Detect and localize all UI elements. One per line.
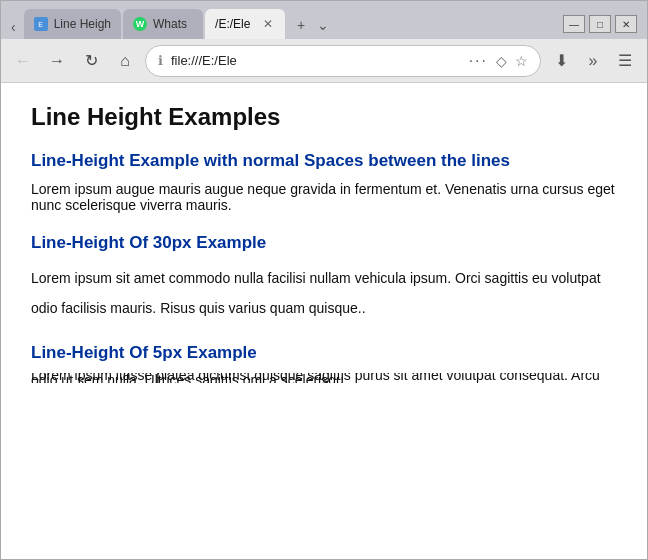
back-icon: ← (15, 52, 31, 70)
more-tools-icon[interactable]: » (579, 47, 607, 75)
maximize-button[interactable]: □ (589, 15, 611, 33)
tab-label-whatsapp: Whats (153, 17, 187, 31)
tab-label-line-height: Line Heigh (54, 17, 111, 31)
menu-button[interactable]: ☰ (611, 47, 639, 75)
tab-bar: ‹ E Line Heigh W Whats /E:/Ele ✕ + ⌄ — □… (1, 1, 647, 39)
tab-active[interactable]: /E:/Ele ✕ (205, 9, 285, 39)
close-button[interactable]: ✕ (615, 15, 637, 33)
browser-window: ‹ E Line Heigh W Whats /E:/Ele ✕ + ⌄ — □… (0, 0, 648, 560)
address-bar[interactable]: ℹ file:///E:/Ele ··· ◇ ☆ (145, 45, 541, 77)
bookmark-star-icon[interactable]: ☆ (515, 53, 528, 69)
nav-right-buttons: ⬇ » ☰ (547, 47, 639, 75)
section-heading-3: Line-Height Of 5px Example (31, 343, 617, 363)
section-heading-2: Line-Height Of 30px Example (31, 233, 617, 253)
security-icon: ℹ (158, 53, 163, 68)
tab-label-active: /E:/Ele (215, 17, 250, 31)
section-paragraph-2: Lorem ipsum sit amet commodo nulla facil… (31, 263, 617, 323)
window-controls: — □ ✕ (563, 15, 643, 39)
refresh-icon: ↻ (85, 51, 98, 70)
address-more-icon[interactable]: ··· (469, 52, 488, 70)
tab-favicon-whatsapp: W (133, 17, 147, 31)
page-content: Line Height Examples Line-Height Example… (1, 83, 647, 559)
tab-dropdown-icon[interactable]: ⌄ (313, 15, 333, 35)
tab-close-icon[interactable]: ✕ (261, 17, 275, 31)
forward-icon: → (49, 52, 65, 70)
section-heading-1: Line-Height Example with normal Spaces b… (31, 151, 617, 171)
home-button[interactable]: ⌂ (111, 47, 139, 75)
new-tab-icon[interactable]: + (293, 15, 309, 35)
tab-whatsapp[interactable]: W Whats (123, 9, 203, 39)
tab-actions: + ⌄ (293, 15, 333, 39)
back-button[interactable]: ← (9, 47, 37, 75)
minimize-button[interactable]: — (563, 15, 585, 33)
pocket-icon[interactable]: ◇ (496, 53, 507, 69)
home-icon: ⌂ (120, 52, 130, 70)
page-title: Line Height Examples (31, 103, 617, 131)
address-url: file:///E:/Ele (171, 53, 461, 68)
section-paragraph-3: Lorem ipsum itasse platea dictumst quisq… (31, 373, 617, 383)
section-paragraph-1: Lorem ipsum augue mauris augue neque gra… (31, 181, 617, 213)
forward-button[interactable]: → (43, 47, 71, 75)
tab-scroll-left-icon[interactable]: ‹ (5, 15, 22, 39)
refresh-button[interactable]: ↻ (77, 47, 105, 75)
tab-line-height[interactable]: E Line Heigh (24, 9, 121, 39)
tab-favicon-page: E (34, 17, 48, 31)
download-icon[interactable]: ⬇ (547, 47, 575, 75)
nav-bar: ← → ↻ ⌂ ℹ file:///E:/Ele ··· ◇ ☆ ⬇ » ☰ (1, 39, 647, 83)
